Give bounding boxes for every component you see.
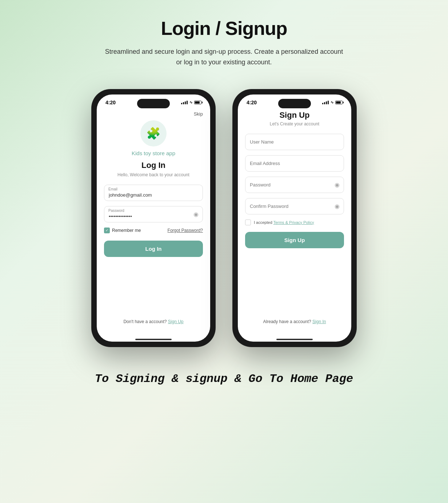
terms-label: I accepted xyxy=(254,220,272,225)
terms-link[interactable]: Terms & Privacy Policy xyxy=(273,220,314,225)
home-indicator xyxy=(135,339,172,340)
signal-icon xyxy=(181,101,188,104)
signup-phone-screen: 4:20 ∿ Sign Up Let's Crea xyxy=(238,94,351,342)
remember-checkbox[interactable]: ✓ xyxy=(104,228,110,233)
status-icons-signup: ∿ xyxy=(322,100,343,104)
password-label: Password xyxy=(108,209,124,213)
login-phone-screen: 4:20 ∿ Skip 🧩 K xyxy=(97,94,210,342)
login-button[interactable]: Log In xyxy=(104,241,203,257)
signup-link[interactable]: Sign Up xyxy=(168,319,184,324)
signup-content: Sign Up Let's Create your account ◉ xyxy=(238,108,351,335)
phones-container: 4:20 ∿ Skip 🧩 K xyxy=(92,89,356,347)
signin-link[interactable]: Sign In xyxy=(312,319,326,324)
login-content: Skip 🧩 Kids toy store app Log In Hello, … xyxy=(97,108,210,335)
terms-checkbox[interactable] xyxy=(245,220,251,225)
terms-text: I accepted Terms & Privacy Policy xyxy=(254,220,314,225)
login-bottom-link: Don't have a account? Sign Up xyxy=(123,312,183,324)
bottom-caption: To Signing & signup & Go To Home Page xyxy=(95,372,353,386)
wifi-icon-signup: ∿ xyxy=(331,100,333,104)
skip-button[interactable]: Skip xyxy=(194,111,203,117)
remember-label: Remember me xyxy=(112,228,141,233)
confirm-password-input[interactable] xyxy=(245,198,344,214)
forgot-password-link[interactable]: Forgot Password? xyxy=(168,228,203,233)
password-signup-input[interactable] xyxy=(245,177,344,193)
dynamic-island-signup xyxy=(278,99,311,108)
page-subtitle: Streamlined and secure login and sign-up… xyxy=(104,47,344,68)
remember-me-group: ✓ Remember me xyxy=(104,228,141,233)
login-phone: 4:20 ∿ Skip 🧩 K xyxy=(92,89,215,347)
home-indicator-signup xyxy=(276,339,313,340)
signup-button[interactable]: Sign Up xyxy=(245,232,344,248)
page-title: Login / Signup xyxy=(161,17,287,39)
eye-toggle-signup-icon[interactable]: ◉ xyxy=(335,181,340,188)
wifi-icon: ∿ xyxy=(189,100,192,104)
login-title: Log In xyxy=(141,161,165,170)
eye-toggle-icon[interactable]: ◉ xyxy=(193,211,199,218)
username-input[interactable] xyxy=(245,134,344,150)
signup-subtitle: Let's Create your account xyxy=(245,121,344,126)
status-time: 4:20 xyxy=(105,100,116,105)
email-signup-input[interactable] xyxy=(245,155,344,172)
email-label: Email xyxy=(108,187,117,191)
app-name: Kids toy store app xyxy=(132,150,175,156)
login-subtitle: Hello, Welcome back to your account xyxy=(117,172,189,177)
remember-row: ✓ Remember me Forgot Password? xyxy=(104,228,203,233)
eye-toggle-confirm-icon[interactable]: ◉ xyxy=(335,203,340,210)
signal-icon-signup xyxy=(322,101,329,104)
signup-bottom-text: Already have a account? xyxy=(263,319,311,324)
password-signup-field-group: ◉ xyxy=(245,177,344,193)
username-field-group xyxy=(245,134,344,150)
signup-bottom-link: Already have a account? Sign In xyxy=(245,312,344,324)
battery-icon xyxy=(194,101,201,104)
email-field-group: Email xyxy=(104,185,203,201)
confirm-password-field-group: ◉ xyxy=(245,198,344,214)
email-signup-field-group xyxy=(245,155,344,172)
dynamic-island xyxy=(137,99,170,108)
status-time-signup: 4:20 xyxy=(247,100,257,105)
email-input[interactable] xyxy=(104,185,203,201)
battery-icon-signup xyxy=(335,101,343,104)
app-logo: 🧩 xyxy=(140,120,167,146)
status-icons: ∿ xyxy=(181,100,201,104)
password-field-group: Password ◉ xyxy=(104,206,203,222)
signup-title: Sign Up xyxy=(245,110,344,120)
signup-phone: 4:20 ∿ Sign Up Let's Crea xyxy=(233,89,356,347)
terms-row: I accepted Terms & Privacy Policy xyxy=(245,220,344,225)
login-bottom-text: Don't have a account? xyxy=(123,319,167,324)
